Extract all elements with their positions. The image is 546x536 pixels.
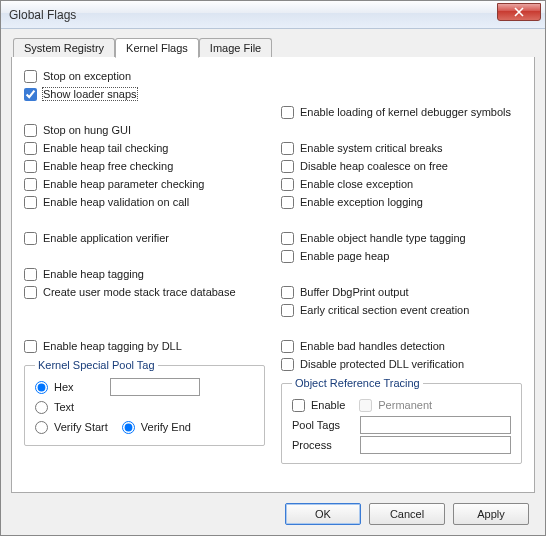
cancel-button[interactable]: Cancel [369, 503, 445, 525]
group-legend: Object Reference Tracing [292, 377, 423, 389]
checkbox-label: Enable heap tagging [43, 268, 144, 280]
checkbox[interactable] [24, 160, 37, 173]
checkbox[interactable] [24, 268, 37, 281]
chk-enable-heap-tail-checking[interactable]: Enable heap tail checking [24, 139, 265, 157]
chk-early-critical-section-event-creation[interactable]: Early critical section event creation [281, 301, 522, 319]
radio-label: Verify Start [54, 421, 108, 433]
chk-enable-object-handle-type-tagging[interactable]: Enable object handle type tagging [281, 229, 522, 247]
chk-enable-heap-tagging[interactable]: Enable heap tagging [24, 265, 265, 283]
checkbox[interactable] [281, 106, 294, 119]
pool-tags-input[interactable] [360, 416, 511, 434]
tab-label: Kernel Flags [126, 42, 188, 54]
checkbox[interactable] [281, 358, 294, 371]
checkbox[interactable] [281, 178, 294, 191]
radio[interactable] [35, 401, 48, 414]
checkbox[interactable] [281, 250, 294, 263]
radio-label: Hex [54, 381, 74, 393]
process-input[interactable] [360, 436, 511, 454]
checkbox[interactable] [281, 340, 294, 353]
chk-enable-application-verifier[interactable]: Enable application verifier [24, 229, 265, 247]
radio[interactable] [35, 381, 48, 394]
checkbox-label: Stop on hung GUI [43, 124, 131, 136]
right-column: Enable loading of kernel debugger symbol… [281, 67, 522, 464]
checkbox[interactable] [24, 142, 37, 155]
chk-disable-protected-dll-verification[interactable]: Disable protected DLL verification [281, 355, 522, 373]
pool-tag-input[interactable] [110, 378, 200, 396]
checkbox [359, 399, 372, 412]
tab-label: Image File [210, 42, 261, 54]
checkbox[interactable] [281, 286, 294, 299]
chk-create-user-mode-stack-trace-db[interactable]: Create user mode stack trace database [24, 283, 265, 301]
close-icon [514, 7, 524, 17]
checkbox-label: Enable heap validation on call [43, 196, 189, 208]
checkbox-label: Create user mode stack trace database [43, 286, 236, 298]
checkbox[interactable] [24, 196, 37, 209]
radio-verify-start[interactable]: Verify Start [35, 417, 108, 437]
group-legend: Kernel Special Pool Tag [35, 359, 158, 371]
checkbox-label: Buffer DbgPrint output [300, 286, 409, 298]
checkbox[interactable] [24, 286, 37, 299]
chk-disable-heap-coalesce-on-free[interactable]: Disable heap coalesce on free [281, 157, 522, 175]
checkbox[interactable] [24, 340, 37, 353]
checkbox-label: Enable heap tagging by DLL [43, 340, 182, 352]
checkbox[interactable] [24, 70, 37, 83]
checkbox[interactable] [24, 88, 37, 101]
checkbox-label: Disable heap coalesce on free [300, 160, 448, 172]
apply-button[interactable]: Apply [453, 503, 529, 525]
chk-stop-on-hung-gui[interactable]: Stop on hung GUI [24, 121, 265, 139]
radio[interactable] [122, 421, 135, 434]
tab-image-file[interactable]: Image File [199, 38, 272, 57]
radio-text[interactable]: Text [35, 397, 254, 417]
tab-kernel-flags[interactable]: Kernel Flags [115, 38, 199, 58]
close-button[interactable] [497, 3, 541, 21]
left-column: Stop on exception Show loader snaps Stop… [24, 67, 265, 464]
chk-enable-heap-validation-on-call[interactable]: Enable heap validation on call [24, 193, 265, 211]
checkbox[interactable] [24, 124, 37, 137]
checkbox-label: Permanent [378, 399, 432, 411]
checkbox[interactable] [281, 304, 294, 317]
radio-label: Verify End [141, 421, 191, 433]
radio[interactable] [35, 421, 48, 434]
checkbox-label: Enable system critical breaks [300, 142, 442, 154]
radio-verify-end[interactable]: Verify End [122, 417, 191, 437]
checkbox-label: Enable [311, 399, 345, 411]
checkbox[interactable] [292, 399, 305, 412]
client-area: System Registry Kernel Flags Image File … [1, 29, 545, 535]
chk-enable-heap-free-checking[interactable]: Enable heap free checking [24, 157, 265, 175]
radio-label: Text [54, 401, 74, 413]
checkbox[interactable] [24, 178, 37, 191]
tab-label: System Registry [24, 42, 104, 54]
dialog-button-row: OK Cancel Apply [11, 493, 535, 525]
checkbox[interactable] [281, 232, 294, 245]
titlebar: Global Flags [1, 1, 545, 29]
chk-enable-exception-logging[interactable]: Enable exception logging [281, 193, 522, 211]
checkbox-label: Enable application verifier [43, 232, 169, 244]
checkbox-label: Enable bad handles detection [300, 340, 445, 352]
ok-button[interactable]: OK [285, 503, 361, 525]
checkbox[interactable] [281, 196, 294, 209]
checkbox-label: Enable loading of kernel debugger symbol… [300, 106, 511, 118]
chk-stop-on-exception[interactable]: Stop on exception [24, 67, 265, 85]
chk-enable-close-exception[interactable]: Enable close exception [281, 175, 522, 193]
group-kernel-special-pool-tag: Kernel Special Pool Tag Hex Text [24, 359, 265, 446]
checkbox-label: Stop on exception [43, 70, 131, 82]
checkbox-label: Enable close exception [300, 178, 413, 190]
chk-enable-heap-tagging-by-dll[interactable]: Enable heap tagging by DLL [24, 337, 265, 355]
chk-enable-heap-parameter-checking[interactable]: Enable heap parameter checking [24, 175, 265, 193]
chk-buffer-dbgprint-output[interactable]: Buffer DbgPrint output [281, 283, 522, 301]
chk-enable-page-heap[interactable]: Enable page heap [281, 247, 522, 265]
chk-enable-system-critical-breaks[interactable]: Enable system critical breaks [281, 139, 522, 157]
chk-ort-enable[interactable]: Enable [292, 396, 345, 414]
checkbox[interactable] [281, 160, 294, 173]
chk-enable-bad-handles-detection[interactable]: Enable bad handles detection [281, 337, 522, 355]
chk-show-loader-snaps[interactable]: Show loader snaps [24, 85, 265, 103]
tab-system-registry[interactable]: System Registry [13, 38, 115, 57]
chk-enable-loading-kernel-dbg-symbols[interactable]: Enable loading of kernel debugger symbol… [281, 103, 522, 121]
checkbox-label: Enable object handle type tagging [300, 232, 466, 244]
checkbox[interactable] [24, 232, 37, 245]
radio-hex[interactable]: Hex [35, 377, 74, 397]
button-label: OK [315, 508, 331, 520]
checkbox-label: Enable heap parameter checking [43, 178, 204, 190]
window: Global Flags System Registry Kernel Flag… [0, 0, 546, 536]
checkbox[interactable] [281, 142, 294, 155]
